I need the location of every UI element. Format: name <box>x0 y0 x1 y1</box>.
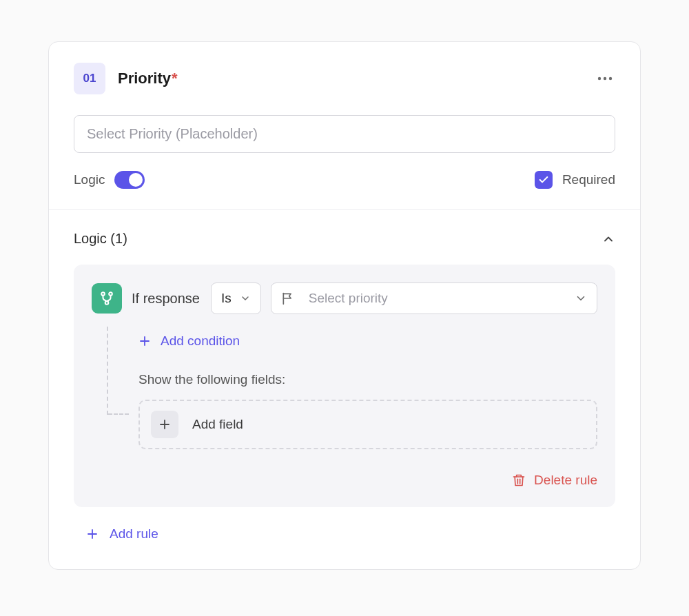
check-icon <box>538 174 549 185</box>
plus-icon <box>86 528 99 540</box>
add-field-label: Add field <box>192 417 243 432</box>
rule-card: If response Is Select priority Add condi… <box>74 265 615 507</box>
operator-value: Is <box>221 291 232 306</box>
if-response-label: If response <box>132 291 200 307</box>
rule-body: Add condition Show the following fields:… <box>107 333 597 449</box>
add-field-plus-square <box>151 411 178 438</box>
delete-rule-label: Delete rule <box>534 473 597 488</box>
indent-guide <box>107 327 108 415</box>
add-field-button[interactable]: Add field <box>138 400 597 449</box>
svg-point-5 <box>105 301 109 305</box>
branch-badge <box>92 283 122 314</box>
priority-value-select[interactable]: Select priority <box>271 283 597 314</box>
field-title-wrap: Priority* <box>118 70 178 88</box>
required-checkbox[interactable] <box>535 171 553 189</box>
logic-section-title: Logic (1) <box>74 231 127 247</box>
chevron-down-icon <box>240 293 251 304</box>
logic-section: Logic (1) If response Is Select priority <box>49 210 640 569</box>
field-number-badge: 01 <box>74 63 105 94</box>
delete-row: Delete rule <box>92 473 597 488</box>
plus-icon <box>138 335 151 347</box>
add-condition-label: Add condition <box>161 333 240 349</box>
more-horizontal-icon <box>597 76 613 81</box>
plus-icon <box>158 418 171 431</box>
trash-icon <box>512 473 526 487</box>
operator-select[interactable]: Is <box>211 283 261 314</box>
logic-label: Logic <box>74 172 105 187</box>
logic-toggle[interactable] <box>114 171 145 189</box>
flag-icon <box>281 291 295 305</box>
add-rule-button[interactable]: Add rule <box>74 526 615 542</box>
logic-section-header[interactable]: Logic (1) <box>74 231 615 247</box>
add-rule-label: Add rule <box>110 526 158 542</box>
chevron-down-icon <box>575 292 587 305</box>
field-title: Priority <box>118 70 171 87</box>
svg-point-0 <box>598 77 601 80</box>
priority-value-placeholder: Select priority <box>309 291 388 306</box>
field-card: 01 Priority* Select Priority (Placeholde… <box>48 41 641 570</box>
svg-point-2 <box>609 77 612 80</box>
more-options-button[interactable] <box>595 74 615 83</box>
required-label: Required <box>562 172 615 187</box>
priority-select-input[interactable]: Select Priority (Placeholder) <box>74 115 615 153</box>
add-condition-button[interactable]: Add condition <box>138 333 597 349</box>
show-fields-label: Show the following fields: <box>138 372 597 387</box>
field-header-section: 01 Priority* Select Priority (Placeholde… <box>49 42 640 209</box>
chevron-up-icon <box>601 232 615 246</box>
delete-rule-button[interactable]: Delete rule <box>512 473 597 488</box>
condition-row: If response Is Select priority <box>92 283 597 314</box>
required-asterisk: * <box>172 70 178 87</box>
git-branch-icon <box>99 291 114 306</box>
field-header-row: 01 Priority* <box>74 63 615 94</box>
field-controls-row: Logic Required <box>74 171 615 189</box>
svg-point-1 <box>604 77 606 80</box>
